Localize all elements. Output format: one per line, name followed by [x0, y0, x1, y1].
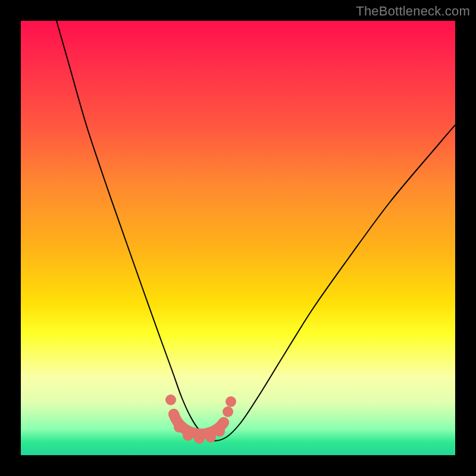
watermark-label: TheBottleneck.com	[356, 4, 470, 19]
marker-dot	[226, 396, 236, 407]
marker-dot	[194, 433, 205, 444]
marker-dot	[165, 394, 176, 405]
chart-svg	[21, 21, 455, 455]
marker-dot	[205, 432, 216, 443]
marker-dot	[223, 406, 233, 417]
bottleneck-curve	[57, 21, 455, 441]
marker-dot	[183, 430, 193, 441]
marker-dot	[174, 422, 184, 433]
plot-area	[21, 21, 455, 455]
marker-dot	[168, 409, 179, 419]
chart-frame: TheBottleneck.com	[0, 0, 476, 476]
marker-dot	[218, 417, 229, 428]
